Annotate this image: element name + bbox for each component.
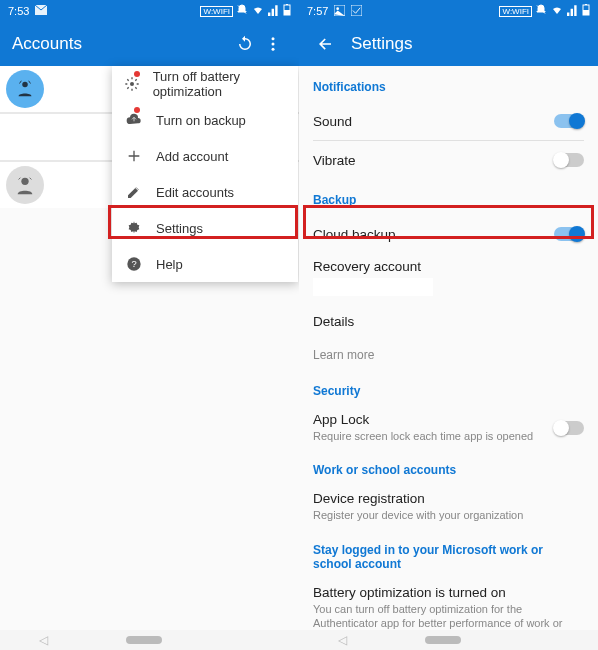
svg-point-4: [272, 37, 275, 40]
svg-rect-17: [583, 10, 589, 15]
sublabel: You can turn off battery optimization fo…: [313, 602, 576, 630]
toggle-sound[interactable]: [554, 114, 584, 128]
svg-point-8: [21, 178, 28, 185]
sublabel: Register your device with your organizat…: [313, 508, 576, 522]
section-stay: Stay logged in to your Microsoft work or…: [313, 543, 584, 571]
row-recovery-account[interactable]: Recovery account: [313, 253, 584, 302]
svg-rect-3: [286, 4, 288, 5]
row-vibrate[interactable]: Vibrate: [313, 141, 584, 179]
menu-add-account[interactable]: Add account: [112, 138, 298, 174]
row-cloud-backup[interactable]: Cloud backup: [313, 215, 584, 253]
overflow-menu: Turn off battery optimization Turn on ba…: [112, 66, 298, 282]
status-time: 7:53: [8, 5, 29, 17]
section-notifications: Notifications: [313, 80, 584, 94]
menu-battery-opt[interactable]: Turn off battery optimization: [112, 66, 298, 102]
section-work: Work or school accounts: [313, 463, 584, 477]
label: Device registration: [313, 491, 576, 506]
row-details[interactable]: Details: [313, 302, 584, 340]
svg-text:?: ?: [131, 259, 136, 269]
menu-label: Turn off battery optimization: [153, 69, 286, 99]
row-battery-opt[interactable]: Battery optimization is turned on You ca…: [313, 579, 584, 630]
wifi-icon: [248, 4, 265, 18]
gear-icon: [124, 218, 144, 238]
learn-more-link[interactable]: Learn more: [313, 340, 584, 370]
bell-off-icon: [233, 4, 248, 18]
label: Battery optimization is turned on: [313, 585, 576, 600]
menu-label: Help: [156, 257, 183, 272]
menu-label: Edit accounts: [156, 185, 234, 200]
notification-dot: [134, 107, 140, 113]
svg-point-5: [272, 43, 275, 46]
avatar: [6, 166, 44, 204]
svg-point-14: [337, 7, 340, 10]
help-icon: ?: [124, 254, 144, 274]
edit-icon: [124, 182, 144, 202]
image-icon: [334, 5, 345, 18]
system-nav: ◁ ◁: [0, 630, 598, 650]
nav-back[interactable]: ◁: [39, 633, 48, 647]
battery-opt-icon: [124, 74, 141, 94]
app-bar-settings: Settings: [299, 22, 598, 66]
row-app-lock[interactable]: App Lock Require screen lock each time a…: [313, 406, 584, 449]
menu-settings[interactable]: Settings: [112, 210, 298, 246]
back-button[interactable]: [311, 30, 339, 58]
label: Details: [313, 314, 354, 329]
label: Recovery account: [313, 259, 421, 274]
checkbox-icon: [351, 5, 362, 18]
right-phone: 7:57 W:WIFI Settings Notifications Sound: [299, 0, 598, 630]
battery-icon: [280, 4, 291, 18]
svg-rect-15: [351, 5, 362, 16]
nav-home[interactable]: [425, 636, 461, 644]
wifi-label: W:WIFI: [499, 6, 532, 17]
toggle-vibrate[interactable]: [554, 153, 584, 167]
section-backup: Backup: [313, 193, 584, 207]
plus-icon: [124, 146, 144, 166]
menu-help[interactable]: ? Help: [112, 246, 298, 282]
section-security: Security: [313, 384, 584, 398]
status-time: 7:57: [307, 5, 328, 17]
wifi-label: W:WIFI: [200, 6, 233, 17]
label: App Lock: [313, 412, 546, 427]
signal-icon: [265, 4, 280, 18]
app-title: Accounts: [12, 34, 82, 54]
cloud-backup-icon: [124, 110, 144, 130]
mail-icon: [35, 5, 47, 17]
menu-label: Add account: [156, 149, 228, 164]
row-sound[interactable]: Sound: [313, 102, 584, 140]
app-bar-accounts: Accounts: [0, 22, 299, 66]
svg-rect-2: [284, 10, 290, 15]
status-bar-right: 7:57 W:WIFI: [299, 0, 598, 22]
notification-dot: [134, 71, 140, 77]
svg-rect-18: [585, 4, 587, 5]
toggle-cloud-backup[interactable]: [554, 227, 584, 241]
label: Sound: [313, 114, 352, 129]
label: Vibrate: [313, 153, 356, 168]
menu-backup[interactable]: Turn on backup: [112, 102, 298, 138]
overflow-button[interactable]: [259, 30, 287, 58]
menu-label: Turn on backup: [156, 113, 246, 128]
wifi-icon: [547, 4, 564, 18]
settings-scroll[interactable]: Notifications Sound Vibrate Backup Cloud…: [299, 66, 598, 630]
signal-icon: [564, 4, 579, 18]
avatar: [6, 70, 44, 108]
nav-home[interactable]: [126, 636, 162, 644]
nav-back[interactable]: ◁: [338, 633, 347, 647]
refresh-button[interactable]: [231, 30, 259, 58]
menu-label: Settings: [156, 221, 203, 236]
toggle-app-lock[interactable]: [554, 421, 584, 435]
status-bar-left: 7:53 W:WIFI: [0, 0, 299, 22]
battery-icon: [579, 4, 590, 18]
app-title: Settings: [351, 34, 412, 54]
sublabel: Require screen lock each time app is ope…: [313, 429, 546, 443]
label: Cloud backup: [313, 227, 396, 242]
recovery-value: [313, 278, 433, 296]
bell-off-icon: [532, 4, 547, 18]
row-device-registration[interactable]: Device registration Register your device…: [313, 485, 584, 528]
svg-point-9: [130, 82, 134, 86]
left-phone: 7:53 W:WIFI Accounts: [0, 0, 299, 630]
menu-edit-accounts[interactable]: Edit accounts: [112, 174, 298, 210]
svg-point-6: [272, 48, 275, 51]
svg-point-7: [22, 82, 28, 88]
